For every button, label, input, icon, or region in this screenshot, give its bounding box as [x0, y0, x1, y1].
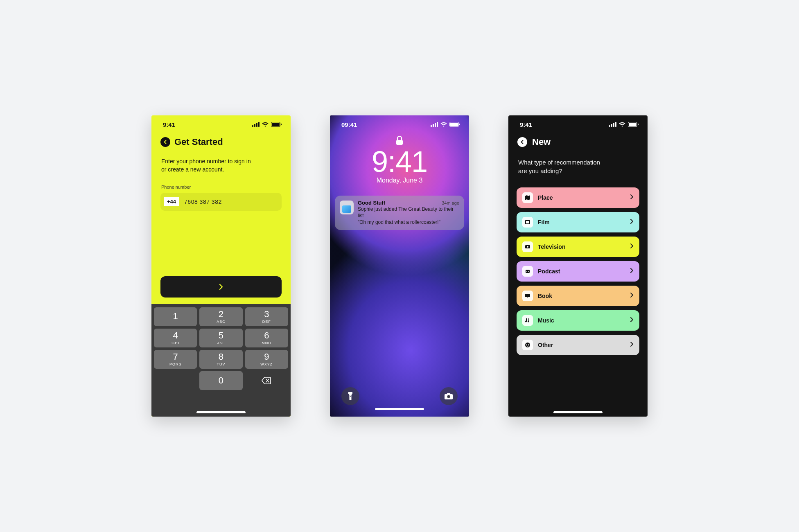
- chevron-left-icon: [520, 140, 525, 144]
- map-icon: [522, 192, 533, 203]
- home-indicator[interactable]: [375, 408, 424, 410]
- key-8[interactable]: 8TUV: [199, 350, 242, 369]
- back-button[interactable]: [517, 137, 527, 147]
- key-4[interactable]: 4GHI: [154, 329, 197, 347]
- category-other[interactable]: Other: [517, 335, 639, 355]
- category-label: Podcast: [538, 268, 625, 275]
- svg-rect-1: [254, 124, 255, 127]
- svg-point-31: [525, 343, 530, 347]
- key-7[interactable]: 7PQRS: [154, 350, 197, 369]
- category-podcast[interactable]: Podcast: [517, 261, 639, 282]
- category-label: Other: [538, 342, 625, 348]
- page-title: New: [532, 137, 551, 147]
- battery-icon: [628, 122, 639, 127]
- wifi-icon: [440, 122, 447, 127]
- category-place[interactable]: Place: [517, 187, 639, 208]
- category-label: Place: [538, 194, 625, 201]
- svg-rect-9: [435, 123, 436, 127]
- phone-input[interactable]: +44 7608 387 382: [160, 193, 282, 211]
- status-bar: 9:41: [508, 115, 648, 133]
- wifi-icon: [262, 122, 269, 127]
- music-icon: [522, 315, 533, 326]
- status-time: 9:41: [163, 121, 175, 128]
- battery-icon: [449, 122, 460, 127]
- flashlight-button[interactable]: [341, 387, 359, 405]
- svg-rect-8: [433, 124, 434, 127]
- screen-new-recommendation: 9:41 New What type of recommendation are…: [508, 115, 648, 417]
- notification-time: 34m ago: [442, 201, 459, 205]
- status-indicators: [431, 122, 460, 127]
- notification-app-icon: [340, 201, 354, 214]
- key-6[interactable]: 6MNO: [245, 329, 288, 347]
- svg-rect-10: [437, 122, 438, 127]
- svg-rect-20: [615, 122, 616, 127]
- screen-get-started: 9:41 Get Started Enter your phone number…: [151, 115, 291, 417]
- svg-point-16: [447, 395, 450, 398]
- battery-icon: [271, 122, 282, 127]
- svg-rect-0: [252, 125, 253, 127]
- status-bar: 09:41: [330, 115, 469, 133]
- category-music[interactable]: Music: [517, 310, 639, 331]
- home-indicator-wrap: [151, 396, 291, 417]
- country-code[interactable]: +44: [164, 197, 179, 206]
- key-spacer: [154, 371, 197, 390]
- phone-number-value: 7608 387 382: [184, 198, 222, 205]
- chevron-right-icon: [217, 283, 225, 291]
- field-label: Phone number: [151, 174, 291, 193]
- numeric-keypad: 1 2ABC 3DEF 4GHI 5JKL 6MNO 7PQRS 8TUV 9W…: [151, 304, 291, 396]
- header: New: [508, 133, 648, 149]
- svg-rect-17: [609, 125, 610, 127]
- header: Get Started: [151, 133, 291, 149]
- category-film[interactable]: Film: [517, 212, 639, 232]
- svg-rect-25: [526, 221, 529, 223]
- continue-button[interactable]: [160, 276, 282, 298]
- lock-time: 9:41: [330, 145, 469, 178]
- subtitle: What type of recommendation are you addi…: [508, 149, 615, 175]
- book-icon: [522, 291, 533, 301]
- tv-icon: [522, 241, 533, 252]
- other-icon: [522, 340, 533, 350]
- signal-icon: [431, 122, 438, 127]
- key-1[interactable]: 1: [154, 307, 197, 326]
- svg-point-33: [528, 344, 529, 345]
- film-icon: [522, 217, 533, 228]
- status-time: 9:41: [520, 121, 532, 128]
- svg-rect-5: [272, 123, 280, 126]
- lock-date: Monday, June 3: [330, 177, 469, 184]
- signal-icon: [252, 122, 260, 127]
- podcast-icon: [522, 266, 533, 277]
- camera-button[interactable]: [440, 387, 458, 405]
- signal-icon: [609, 122, 616, 127]
- notification-app-name: Good Stuff: [358, 200, 385, 206]
- category-label: Music: [538, 317, 625, 324]
- svg-rect-14: [396, 140, 403, 145]
- category-list: PlaceFilmTelevisionPodcastBookMusicOther: [508, 175, 648, 355]
- key-9[interactable]: 9WXYZ: [245, 350, 288, 369]
- key-0[interactable]: 0: [199, 371, 242, 390]
- status-time: 09:41: [341, 121, 357, 128]
- svg-rect-22: [629, 123, 636, 126]
- svg-rect-23: [638, 124, 639, 125]
- chevron-left-icon: [163, 140, 168, 144]
- back-button[interactable]: [160, 137, 170, 147]
- svg-point-15: [350, 396, 351, 397]
- key-3[interactable]: 3DEF: [245, 307, 288, 326]
- key-5[interactable]: 5JKL: [199, 329, 242, 347]
- home-indicator[interactable]: [196, 411, 246, 413]
- home-indicator-wrap: [508, 395, 648, 417]
- status-indicators: [609, 122, 639, 127]
- key-delete[interactable]: [245, 371, 288, 390]
- chevron-right-icon: [630, 219, 634, 226]
- svg-rect-13: [459, 124, 460, 125]
- svg-rect-7: [431, 125, 432, 127]
- home-indicator[interactable]: [553, 411, 603, 413]
- chevron-right-icon: [630, 317, 634, 324]
- category-book[interactable]: Book: [517, 286, 639, 306]
- svg-rect-28: [526, 270, 530, 273]
- key-2[interactable]: 2ABC: [199, 307, 242, 326]
- screen-lock: 09:41 9:41 Monday, June 3 Good Stuff 34m…: [330, 115, 469, 417]
- category-television[interactable]: Television: [517, 237, 639, 257]
- notification-card[interactable]: Good Stuff 34m ago Sophie just added The…: [335, 196, 464, 230]
- notification-line-1: Sophie just added The Great Beauty to th…: [358, 206, 459, 219]
- camera-icon: [444, 392, 453, 400]
